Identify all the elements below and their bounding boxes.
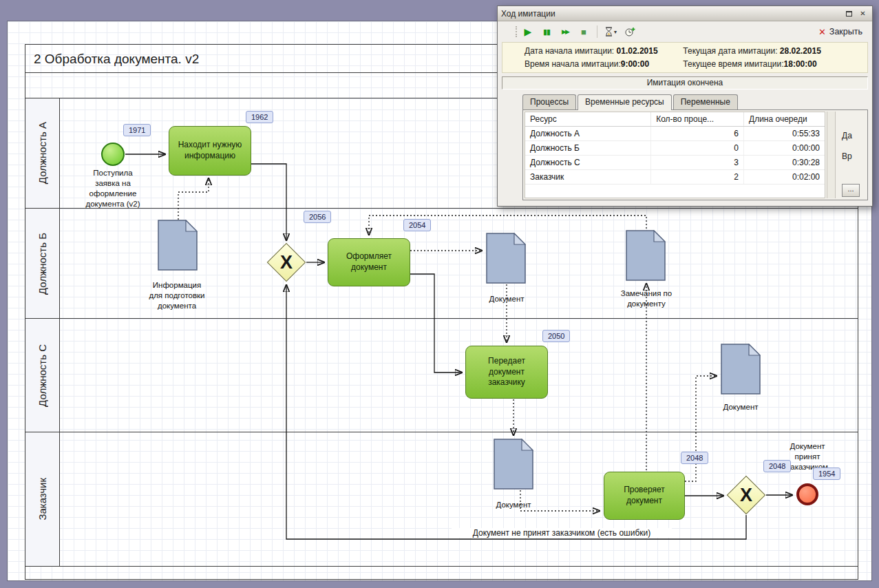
current-date-value: 28.02.2015 — [780, 46, 821, 56]
simulation-info-panel: Дата начала имитации: 01.02.2015 Текущая… — [502, 42, 868, 73]
document-icon — [494, 439, 533, 490]
step-button[interactable]: ▶▶ — [560, 25, 571, 39]
current-date-label: Текущая дата имитации: — [683, 46, 777, 56]
close-simulation-button[interactable]: ✕ Закрыть — [818, 27, 862, 37]
tab-variables[interactable]: Переменные — [673, 94, 738, 109]
resource-table-wrap: Ресурс Кол-во проце... Длина очереди Дол… — [525, 112, 825, 198]
cell-queue: 0:00:00 — [744, 141, 825, 156]
header-process-count[interactable]: Кол-во проце... — [651, 112, 744, 127]
tab-processes[interactable]: Процессы — [522, 94, 576, 109]
hourglass-dropdown-caret[interactable]: ▾ — [614, 29, 617, 35]
document-3-label: Документ — [706, 402, 775, 412]
cell-resource: Должность А — [525, 127, 651, 141]
start-event[interactable] — [101, 143, 125, 166]
start-date-value: 01.02.2015 — [617, 46, 658, 56]
start-time-value: 9:00:00 — [621, 59, 649, 69]
dialog-toolbar: ▶ ▮▮ ▶▶ ■ ▾ ✕ Закрыть — [498, 21, 872, 42]
close-simulation-label: Закрыть — [829, 27, 862, 36]
edge-check-to-doc3[interactable] — [685, 376, 717, 481]
cell-resource: Должность Б — [525, 141, 651, 156]
stop-button[interactable]: ■ — [578, 25, 589, 39]
gateway-2-x-icon: X — [733, 482, 759, 508]
cell-count: 0 — [651, 141, 744, 156]
cell-queue: 0:30:28 — [744, 156, 825, 170]
document-remarks-label: Замечания по документу — [605, 288, 688, 309]
table-row[interactable]: Должность С 3 0:30:28 — [525, 156, 825, 170]
toolbar-separator — [597, 25, 597, 38]
header-queue-length[interactable]: Длина очереди — [744, 112, 825, 127]
cell-count: 3 — [651, 156, 744, 170]
current-date-row: Текущая дата имитации: 28.02.2015 — [683, 46, 862, 56]
add-clock-button[interactable] — [624, 25, 635, 39]
cell-resource: Должность С — [525, 156, 651, 170]
cell-count: 2 — [651, 170, 744, 185]
document-info-label: Информация для подготовки документа — [136, 280, 218, 311]
task-check-document[interactable]: Проверяет документ — [604, 472, 685, 520]
clock-plus-icon — [625, 27, 635, 36]
table-row[interactable]: Заказчик 2 0:02:00 — [525, 170, 825, 185]
gateway-1-badge: 2056 — [304, 211, 331, 223]
side-label-time: Вр — [842, 151, 866, 161]
reject-edge-label: Документ не принят заказчиком (есть ошиб… — [452, 528, 672, 538]
restore-icon — [846, 11, 852, 17]
close-red-x-icon: ✕ — [818, 27, 826, 37]
task-find-info[interactable]: Находит нужную информацию — [169, 126, 251, 176]
start-time-row: Время начала имитации:9:00:00 — [525, 59, 683, 69]
document-remarks[interactable] — [626, 230, 666, 284]
start-time-label: Время начала имитации: — [525, 59, 621, 69]
table-row[interactable]: Должность Б 0 0:00:00 — [525, 141, 825, 156]
table-row[interactable]: Должность А 6 0:55:33 — [525, 127, 825, 141]
task-find-info-badge: 1962 — [246, 111, 273, 123]
desktop: { "diagram": { "title": "2 Обработка док… — [0, 0, 879, 588]
task-prepare-document[interactable]: Оформляет документ — [328, 238, 410, 286]
play-button[interactable]: ▶ — [522, 25, 533, 39]
simulation-status-bar: Имитация окончена — [502, 76, 868, 90]
tab-time-resources[interactable]: Временные ресурсы — [578, 94, 672, 110]
gateway-1-x-icon: X — [273, 249, 299, 275]
start-date-row: Дата начала имитации: 01.02.2015 — [525, 46, 683, 56]
toolbar-grip — [516, 26, 518, 37]
task-check-document-badge: 2048 — [681, 452, 708, 464]
more-options-button[interactable]: ... — [842, 184, 860, 197]
document-4[interactable] — [494, 439, 533, 492]
edge-docinfo-to-find[interactable] — [178, 178, 209, 220]
hourglass-icon — [605, 27, 613, 36]
restore-button[interactable] — [843, 8, 855, 19]
current-time-value: 18:00:00 — [784, 59, 817, 69]
gateway-2-badge: 2048 — [763, 460, 791, 472]
document-icon — [486, 233, 526, 284]
cell-queue: 0:55:33 — [744, 127, 825, 141]
close-icon: ✕ — [860, 10, 865, 17]
cell-queue: 0:02:00 — [744, 170, 825, 185]
simulation-dialog: Ход имитации ✕ ▶ ▮▮ ▶▶ ■ ▾ ✕ Закр — [497, 6, 873, 207]
document-icon — [721, 344, 761, 395]
document-1[interactable] — [486, 233, 526, 286]
resource-table-header-row: Ресурс Кол-во проце... Длина очереди — [525, 112, 825, 127]
dialog-tabs: Процессы Временные ресурсы Переменные — [522, 94, 872, 109]
current-time-label: Текущее время имитации: — [683, 59, 783, 69]
tab-content-panel: Ресурс Кол-во проце... Длина очереди Дол… — [522, 109, 868, 200]
edge-find-to-gateway1[interactable] — [251, 164, 286, 240]
dialog-title: Ход имитации — [501, 9, 841, 19]
dialog-titlebar[interactable]: Ход имитации ✕ — [498, 6, 872, 21]
cell-count: 6 — [651, 127, 744, 141]
side-label-date: Да — [842, 131, 866, 140]
cell-resource: Заказчик — [525, 170, 651, 185]
document-3[interactable] — [721, 344, 761, 397]
document-4-label: Документ — [479, 500, 548, 510]
resource-table: Ресурс Кол-во проце... Длина очереди Дол… — [525, 112, 825, 185]
document-info-for-preparation[interactable] — [158, 220, 198, 273]
close-window-button[interactable]: ✕ — [857, 8, 869, 19]
current-time-row: Текущее время имитации:18:00:00 — [683, 59, 862, 69]
document-icon — [158, 220, 198, 271]
edge-prepare-to-transfer[interactable] — [410, 274, 462, 372]
header-resource[interactable]: Ресурс — [525, 112, 651, 127]
task-transfer-document[interactable]: Передает документ заказчику — [465, 346, 548, 399]
hourglass-button[interactable]: ▾ — [605, 25, 617, 39]
vertical-scrollbar[interactable] — [827, 112, 836, 198]
end-event-badge: 1954 — [813, 468, 840, 480]
end-event[interactable] — [796, 483, 818, 505]
start-event-badge: 1971 — [123, 124, 151, 136]
start-event-label: Поступила заявка на оформление документа… — [78, 168, 147, 209]
pause-button[interactable]: ▮▮ — [541, 25, 552, 39]
